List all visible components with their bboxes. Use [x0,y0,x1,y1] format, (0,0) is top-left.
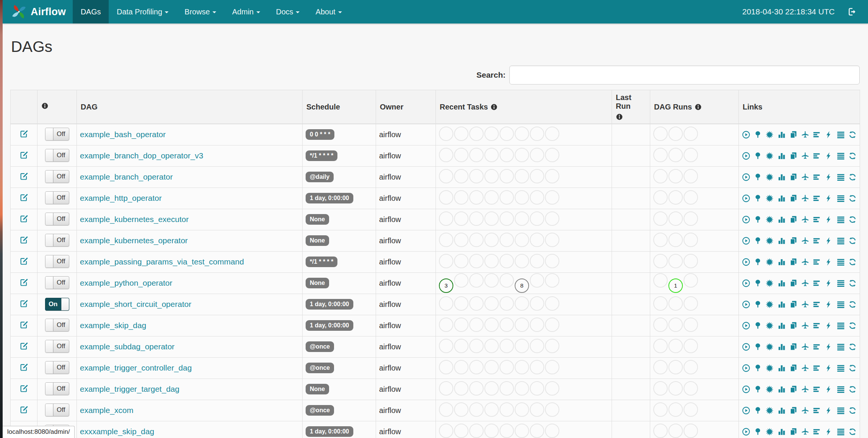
gantt-icon[interactable] [813,236,821,245]
tree-view-icon[interactable] [754,385,762,394]
landing-times-icon[interactable] [801,343,809,351]
task-state-circle[interactable] [500,273,514,288]
task-state-circle[interactable] [469,381,484,396]
task-tries-icon[interactable] [789,173,798,181]
dag-name-link[interactable]: example_trigger_target_dag [80,385,180,393]
task-state-circle[interactable] [454,402,468,417]
task-state-circle[interactable] [439,190,453,205]
edit-dag-icon[interactable] [19,363,29,372]
landing-times-icon[interactable] [801,173,809,181]
gantt-icon[interactable] [813,406,821,415]
edit-dag-icon[interactable] [19,341,29,351]
tree-view-icon[interactable] [754,427,762,436]
task-state-circle[interactable] [454,296,468,311]
task-state-circle[interactable] [500,296,514,311]
task-state-circle[interactable] [500,381,514,396]
task-state-circle[interactable] [439,169,453,183]
graph-view-icon[interactable] [765,300,774,309]
code-view-icon[interactable] [824,343,833,351]
dag-details-icon[interactable] [837,427,845,436]
task-state-circle[interactable] [484,254,499,268]
graph-view-icon[interactable] [765,321,774,330]
tree-view-icon[interactable] [754,130,762,139]
dag-run-state-circle[interactable] [668,339,683,353]
task-state-circle[interactable] [530,211,544,226]
dag-pause-toggle[interactable]: Off [45,191,69,204]
task-state-circle[interactable] [545,254,559,268]
task-tries-icon[interactable] [789,406,798,415]
landing-times-icon[interactable] [801,406,809,415]
gantt-icon[interactable] [813,427,821,436]
dag-pause-toggle[interactable]: Off [45,319,69,332]
task-state-circle[interactable] [515,339,529,353]
refresh-icon[interactable] [848,194,857,203]
trigger-dag-icon[interactable] [742,215,750,224]
landing-times-icon[interactable] [801,300,809,309]
graph-view-icon[interactable] [765,406,774,415]
task-tries-icon[interactable] [789,258,798,266]
dag-name-link[interactable]: example_http_operator [80,194,162,202]
task-state-circle[interactable] [500,424,514,438]
task-state-circle[interactable] [545,360,559,374]
task-state-circle[interactable] [439,211,453,226]
tree-view-icon[interactable] [754,236,762,245]
task-state-circle[interactable] [515,318,529,332]
task-state-circle[interactable] [530,148,544,162]
task-state-circle[interactable] [545,169,559,183]
task-state-circle[interactable] [530,296,544,311]
trigger-dag-icon[interactable] [742,258,750,266]
task-state-circle[interactable] [515,402,529,417]
trigger-dag-icon[interactable] [742,130,750,139]
task-duration-icon[interactable] [777,343,786,351]
dag-pause-toggle[interactable]: Off [45,149,69,162]
task-state-circle[interactable] [530,424,544,438]
task-state-circle[interactable] [454,233,468,247]
task-state-circle[interactable] [500,169,514,183]
nav-item-about[interactable]: About [308,0,350,23]
tree-view-icon[interactable] [754,194,762,203]
dag-pause-toggle[interactable]: Off [45,382,69,395]
trigger-dag-icon[interactable] [742,236,750,245]
landing-times-icon[interactable] [801,364,809,372]
task-state-circle[interactable] [515,381,529,396]
task-state-circle[interactable] [500,233,514,247]
task-state-circle[interactable] [530,402,544,417]
task-state-circle[interactable] [500,318,514,332]
task-state-circle[interactable] [469,360,484,374]
dag-run-state-circle[interactable] [653,424,668,438]
task-state-circle[interactable] [500,148,514,162]
task-state-circle[interactable] [469,296,484,311]
task-state-circle[interactable] [500,127,514,141]
dag-run-state-circle[interactable] [668,381,683,396]
refresh-icon[interactable] [848,258,857,266]
task-tries-icon[interactable] [789,343,798,351]
dag-run-state-circle[interactable] [668,360,683,374]
gantt-icon[interactable] [813,343,821,351]
task-duration-icon[interactable] [777,279,786,288]
task-state-circle[interactable] [469,424,484,438]
landing-times-icon[interactable] [801,427,809,436]
task-duration-icon[interactable] [777,364,786,372]
graph-view-icon[interactable] [765,173,774,181]
dag-details-icon[interactable] [837,321,845,330]
code-view-icon[interactable] [824,321,833,330]
code-view-icon[interactable] [824,258,833,266]
edit-dag-icon[interactable] [19,384,29,393]
task-state-circle[interactable] [439,318,453,332]
gantt-icon[interactable] [813,300,821,309]
gantt-icon[interactable] [813,194,821,203]
tree-view-icon[interactable] [754,215,762,224]
task-state-circle[interactable] [484,296,499,311]
dag-name-link[interactable]: example_python_operator [80,278,172,287]
task-state-circle[interactable] [515,211,529,226]
trigger-dag-icon[interactable] [742,194,750,203]
refresh-icon[interactable] [848,406,857,415]
task-state-circle[interactable] [500,339,514,353]
dag-run-state-circle[interactable] [653,360,668,374]
dag-details-icon[interactable] [837,300,845,309]
task-state-circle[interactable] [530,339,544,353]
task-state-circle[interactable] [469,318,484,332]
dag-pause-toggle[interactable]: Off [45,276,69,289]
gantt-icon[interactable] [813,215,821,224]
task-state-circle[interactable] [545,296,559,311]
